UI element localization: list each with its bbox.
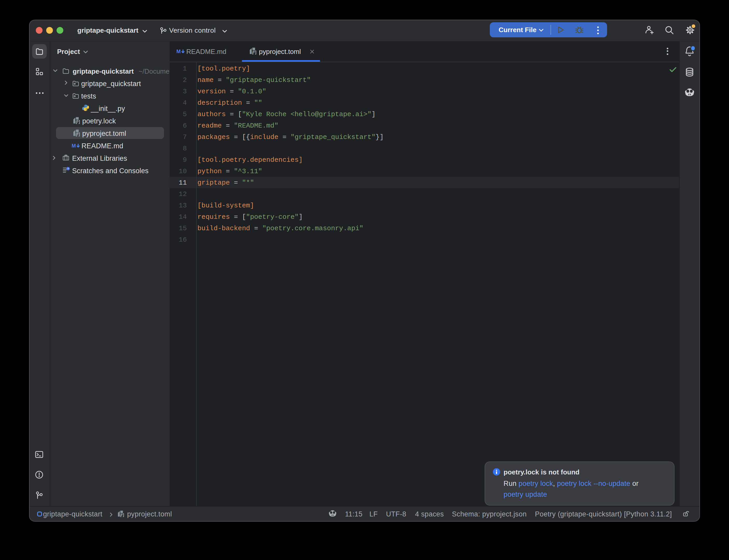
- svg-text:]: ]: [78, 132, 80, 137]
- svg-text:T: T: [76, 120, 78, 124]
- svg-text:T: T: [120, 513, 122, 517]
- svg-text:M: M: [72, 143, 76, 149]
- svg-text:]: ]: [122, 513, 124, 517]
- svg-text:T: T: [252, 50, 255, 54]
- svg-text:M: M: [176, 48, 180, 54]
- svg-text:T: T: [76, 132, 78, 136]
- svg-text:]: ]: [78, 120, 80, 124]
- svg-text:]: ]: [254, 50, 257, 55]
